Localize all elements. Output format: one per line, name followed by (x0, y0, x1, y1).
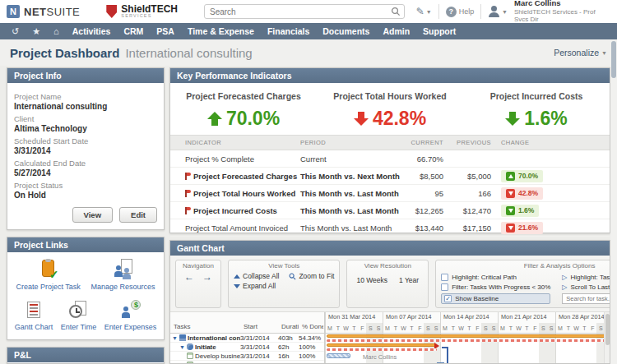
nav-item-admin[interactable]: Admin (383, 26, 410, 36)
expand-caret-icon[interactable]: ▼ (172, 335, 178, 341)
task-done-cell: 100% (299, 352, 323, 360)
project-link-create-project-task[interactable]: ✓Create Project Task (16, 259, 80, 291)
project-info-header[interactable]: Project Info (7, 68, 164, 83)
dependency-connector (442, 347, 448, 348)
nav-item-psa[interactable]: PSA (156, 26, 174, 36)
project-link-label: Enter Time (61, 323, 97, 331)
quick-create-button[interactable]: ✎▼ (416, 6, 432, 17)
checkbox-icon[interactable] (441, 283, 448, 291)
pnl-header[interactable]: P&L (7, 348, 164, 362)
edit-button[interactable]: Edit (119, 207, 157, 223)
project-link-manage-resources[interactable]: Manage Resources (91, 259, 155, 291)
gantt-task-row[interactable]: Develop business ...3/31/201416h100% (170, 352, 324, 361)
global-search (204, 4, 405, 19)
gantt-scrollbar[interactable] (604, 312, 610, 363)
home-icon[interactable]: ⌂ (53, 27, 59, 36)
gantt-task-row[interactable]: Review goals & sc...4/10/20142h100% (170, 361, 324, 364)
arrow-down-icon (506, 206, 515, 215)
week-label: Mon 28 Apr 2014 (556, 312, 610, 323)
task-search-input[interactable] (562, 293, 610, 304)
expand-all-button[interactable]: Expand All (234, 282, 279, 290)
field-label: Client (14, 114, 157, 123)
project-link-gantt-chart[interactable]: Gantt Chart (15, 299, 53, 331)
netsuite-logo[interactable]: N NETSUITE (7, 5, 80, 18)
help-button[interactable]: ? Help (446, 7, 475, 17)
filter-option-highlight-critical-path[interactable]: Highlight: Critical Path (441, 274, 550, 281)
collapse-all-button[interactable]: Collapse All (234, 272, 279, 280)
nav-menu: ActivitiesCRMPSATime & ExpenseFinancials… (72, 26, 457, 36)
divider (480, 4, 481, 19)
gantt-view-resolution-group: View Resolution 10 Weeks1 Year (346, 260, 429, 308)
gantt-milestone-marker[interactable] (437, 362, 444, 364)
kpi-period: This Month vs. Last Month (300, 223, 401, 233)
field-label: Project Status (14, 181, 157, 190)
checkbox-icon[interactable] (441, 274, 448, 281)
project-info-fields: Project NameInternational consultingClie… (14, 92, 157, 200)
kpi-current: $13,440 (401, 223, 443, 233)
gantt-bar[interactable] (327, 334, 610, 338)
project-link-label: Manage Resources (91, 283, 155, 291)
task-icon (187, 352, 193, 359)
gantt-timeline[interactable]: Marc CollinsReview goals & scopingMarc C… (325, 334, 610, 363)
bar-task-label: Review goals & scoping (355, 362, 428, 364)
day-label: W (342, 323, 350, 333)
project-link-enter-time[interactable]: Enter Time (61, 299, 97, 331)
expand-caret-icon[interactable]: ▼ (179, 344, 185, 350)
flag-icon (185, 190, 191, 197)
kpi-header[interactable]: Key Performance Indicators (170, 68, 610, 83)
show-baseline-toggle[interactable]: ✓Show Baseline (441, 293, 550, 304)
divider (438, 4, 439, 19)
filter-option-filter-tasks-with-progress-30[interactable]: Filter: Tasks With Progress < 30% (441, 283, 550, 291)
shortcuts-star-icon[interactable]: ★ (32, 27, 40, 36)
page-scrollbar[interactable] (610, 39, 617, 364)
user-menu-button[interactable]: ▼ (488, 6, 508, 17)
search-icon[interactable] (391, 7, 401, 16)
gantt-task-row[interactable]: ▼Initiate3/31/201462h100% (170, 343, 324, 352)
nav-item-documents[interactable]: Documents (322, 26, 369, 36)
dollar-icon: $ (131, 300, 141, 310)
day-label: S (366, 323, 374, 333)
gantt-bar[interactable] (327, 343, 437, 347)
play-icon: ▷ (562, 284, 567, 291)
kpi-row-project-forecasted-charges: Project Forecasted ChargesThis Month vs.… (170, 168, 610, 185)
magnifier-icon (289, 273, 296, 280)
kpi-indicator: Project Forecasted Charges (170, 172, 300, 181)
filter-link-label: Scroll To Last Task (570, 283, 610, 291)
recent-history-icon[interactable]: ↺ (12, 27, 19, 36)
day-label: M (383, 323, 392, 333)
personalize-button[interactable]: Personalize ▼ (554, 48, 607, 58)
filter-link-scroll-to-last-task[interactable]: ▷Scroll To Last Task (562, 283, 610, 291)
page-scrollbar-thumb[interactable] (611, 41, 616, 78)
project-links-header[interactable]: Project Links (7, 237, 164, 252)
resolution-1-year-button[interactable]: 1 Year (395, 274, 423, 286)
day-label: T (350, 323, 359, 333)
gantt-doc-icon (23, 299, 44, 320)
nav-item-financials[interactable]: Financials (267, 26, 309, 36)
nav-item-crm[interactable]: CRM (123, 26, 143, 36)
day-label: T (507, 323, 515, 333)
project-link-enter-expenses[interactable]: $Enter Expenses (104, 299, 157, 331)
gantt-bar[interactable] (327, 353, 350, 358)
netsuite-logo-text-light: SUITE (47, 6, 81, 18)
day-label: T (581, 323, 589, 333)
global-search-input[interactable] (205, 7, 391, 16)
checkbox-icon[interactable]: ✓ (444, 295, 452, 302)
main-nav: ↺ ★ ⌂ ActivitiesCRMPSATime & ExpenseFina… (0, 23, 617, 39)
task-name: Develop business ... (195, 352, 240, 360)
filter-link-highlight-tasks-longer-than-7-days[interactable]: ▷Highlight: Tasks Longer Than 7 Days (562, 274, 610, 281)
timeline-week: Mon 21 Apr 2014MTWTFSS (498, 312, 555, 333)
scroll-left-button[interactable]: ← (184, 272, 194, 282)
zoom-to-fit-button[interactable]: Zoom to Fit (289, 272, 334, 280)
scroll-right-button[interactable]: → (202, 272, 212, 282)
nav-item-support[interactable]: Support (423, 26, 456, 36)
project-link-label: Enter Expenses (104, 323, 157, 331)
view-button[interactable]: View (72, 207, 113, 223)
resolution-10-weeks-button[interactable]: 10 Weeks (352, 274, 392, 286)
project-links-grid: ✓Create Project TaskManage ResourcesGant… (7, 252, 164, 339)
nav-item-time-expense[interactable]: Time & Expense (188, 26, 254, 36)
nav-item-activities[interactable]: Activities (72, 26, 111, 36)
field-value: On Hold (14, 191, 157, 200)
gantt-task-row[interactable]: ▼International consulting3/31/2014403h54… (170, 334, 324, 343)
gantt-header[interactable]: Gantt Chart (170, 241, 610, 256)
gantt-scrollbar-thumb[interactable] (605, 314, 610, 345)
